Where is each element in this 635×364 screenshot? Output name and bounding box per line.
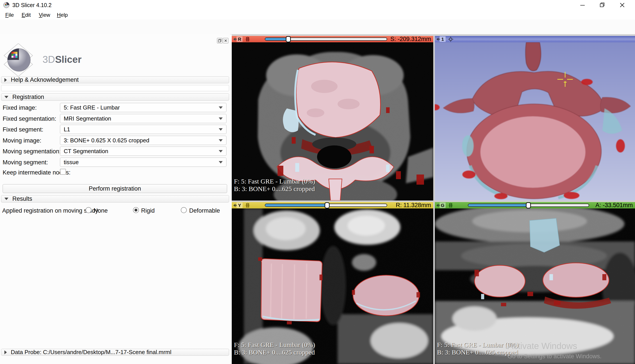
panel-popup-button[interactable] [217, 38, 223, 44]
threed-view-label[interactable]: 1 [440, 36, 446, 42]
fixed-segment-combobox[interactable]: L1 [60, 125, 226, 134]
collapse-arrow-icon [5, 78, 7, 82]
pin-icon[interactable] [436, 38, 440, 41]
module-panel: 3D Slicer Help & Acknowledgement Registr… [0, 34, 230, 364]
applied-registration-label: Applied registration on moving study: [2, 207, 100, 214]
vertical-splitter[interactable] [433, 36, 435, 364]
slider-handle[interactable] [325, 202, 330, 208]
chevron-down-icon [219, 118, 223, 120]
radio-deformable-label[interactable]: Deformable [189, 207, 220, 214]
radio-deformable[interactable] [181, 207, 187, 213]
fixed-segment-label: Fixed segment: [3, 126, 44, 133]
red-slice-header: R S: -209.312mm [232, 36, 433, 42]
data-probe-section[interactable]: Data Probe: C:/Users/andre/Desktop/M...7… [1, 349, 229, 356]
moving-segment-combobox[interactable]: tissue [60, 158, 226, 167]
fixed-segmentation-combobox[interactable]: MRI Segmentation [60, 114, 226, 123]
chevron-down-icon [219, 106, 223, 109]
section-label: Help & Acknowledgement [11, 76, 79, 83]
minimize-icon [579, 2, 586, 8]
menu-edit[interactable]: Edit [20, 12, 32, 18]
pin-icon[interactable] [233, 204, 237, 207]
slice-menu-icon[interactable] [448, 203, 453, 208]
panel-close-button[interactable] [223, 38, 228, 44]
fixed-image-value: 5: Fast GRE - Lumbar [64, 104, 120, 111]
help-text-area [1, 85, 229, 91]
green-slice-slider[interactable] [468, 204, 589, 207]
pin-icon[interactable] [233, 38, 237, 41]
menu-view[interactable]: View [38, 12, 52, 18]
red-slice-label[interactable]: R [237, 36, 243, 42]
yellow-slice-view[interactable]: F: 5: Fast GRE - Lumbar (0%) B: 3: BONE+… [232, 208, 433, 364]
green-slice-view[interactable]: F: 5: Fast GRE - Lumbar (0%) B: 3: BONE+… [435, 208, 635, 364]
yellow-slice-label[interactable]: Y [237, 202, 243, 208]
yellow-slice-slider[interactable] [265, 204, 387, 207]
help-acknowledgement-section[interactable]: Help & Acknowledgement [1, 76, 229, 83]
collapse-arrow-icon [5, 350, 7, 354]
green-slice-label[interactable]: G [440, 202, 446, 208]
collapse-arrow-icon [5, 198, 9, 200]
radio-none[interactable] [86, 207, 92, 213]
fixed-segmentation-label: Fixed segmentation: [3, 116, 56, 122]
green-slice-offset: A: -33.501mm [595, 202, 633, 208]
moving-image-combobox[interactable]: 3: BONE+ 0.625 X 0.625 cropped [60, 136, 226, 145]
minimize-button[interactable] [575, 0, 589, 10]
fixed-segmentation-value: MRI Segmentation [64, 115, 111, 122]
radio-rigid-label[interactable]: Rigid [141, 207, 155, 214]
moving-segmentation-value: CT Segmentation [64, 148, 108, 155]
slider-fill [468, 204, 528, 206]
radio-rigid[interactable] [133, 207, 139, 213]
section-label: Registration [12, 94, 44, 100]
activate-windows-watermark: Activate Windows [507, 341, 577, 351]
yellow-slice-offset: R: 11.328mm [396, 202, 431, 208]
slider-fill [265, 204, 327, 206]
collapse-arrow-icon [5, 96, 9, 98]
moving-image-label: Moving image: [3, 137, 42, 144]
slider-fill [265, 38, 288, 40]
slider-handle[interactable] [526, 202, 531, 208]
results-section[interactable]: Results [1, 195, 229, 202]
keep-intermediate-nodes-checkbox[interactable] [60, 169, 66, 175]
title-bar: 3D Slicer 4.10.2 [0, 0, 635, 10]
views-top-splitter[interactable] [232, 34, 635, 36]
close-icon [619, 2, 625, 8]
moving-segment-value: tissue [64, 159, 79, 166]
logo-text-slicer: Slicer [55, 54, 82, 65]
data-probe-label: Data Probe: C:/Users/andre/Desktop/M...7… [11, 349, 171, 356]
pin-icon[interactable] [436, 204, 440, 207]
moving-segmentation-combobox[interactable]: CT Segmentation [60, 146, 226, 156]
menu-file[interactable]: File [4, 12, 15, 18]
registration-section[interactable]: Registration [1, 94, 229, 101]
chevron-down-icon [219, 150, 223, 152]
slice-menu-icon[interactable] [245, 203, 250, 208]
panel-popup-icon [218, 39, 221, 42]
restore-icon [599, 2, 606, 8]
slice-menu-icon[interactable] [245, 36, 250, 42]
radio-none-label[interactable]: None [94, 207, 108, 214]
slider-handle[interactable] [286, 36, 291, 42]
moving-segmentation-label: Moving segmentation: [3, 148, 61, 155]
view-settings-icon[interactable] [448, 36, 453, 42]
panel-close-icon [224, 39, 227, 42]
close-button[interactable] [615, 0, 629, 10]
yellow-background-label: B: 3: BONE+ 0....625 cropped [234, 348, 315, 356]
threed-view-header: 1 [435, 36, 635, 42]
menu-help[interactable]: Help [56, 12, 69, 18]
red-slice-slider[interactable] [265, 38, 387, 41]
red-background-label: B: 3: BONE+ 0....625 cropped [234, 185, 315, 192]
restore-button[interactable] [595, 0, 609, 10]
slicer-window: 3D Slicer 4.10.2 File Edit View Help [0, 0, 635, 364]
red-slice-offset: S: -209.312mm [390, 36, 431, 42]
fixed-image-combobox[interactable]: 5: Fast GRE - Lumbar [60, 103, 226, 112]
moving-segment-label: Moving segment: [3, 159, 48, 166]
chevron-down-icon [219, 161, 223, 164]
yellow-foreground-label: F: 5: Fast GRE - Lumbar (0%) [234, 341, 315, 348]
threed-view[interactable] [435, 42, 635, 200]
window-title: 3D Slicer 4.10.2 [12, 2, 52, 8]
slicer-logo: 3D Slicer [2, 44, 90, 76]
fixed-image-label: Fixed image: [3, 104, 37, 111]
red-slice-view[interactable]: F: 5: Fast GRE - Lumbar (0%) B: 3: BONE+… [232, 42, 433, 200]
perform-registration-button[interactable]: Perform registration [3, 184, 227, 193]
horizontal-splitter[interactable] [232, 200, 635, 202]
moving-image-value: 3: BONE+ 0.625 X 0.625 cropped [64, 137, 149, 144]
section-label: Results [12, 196, 32, 202]
